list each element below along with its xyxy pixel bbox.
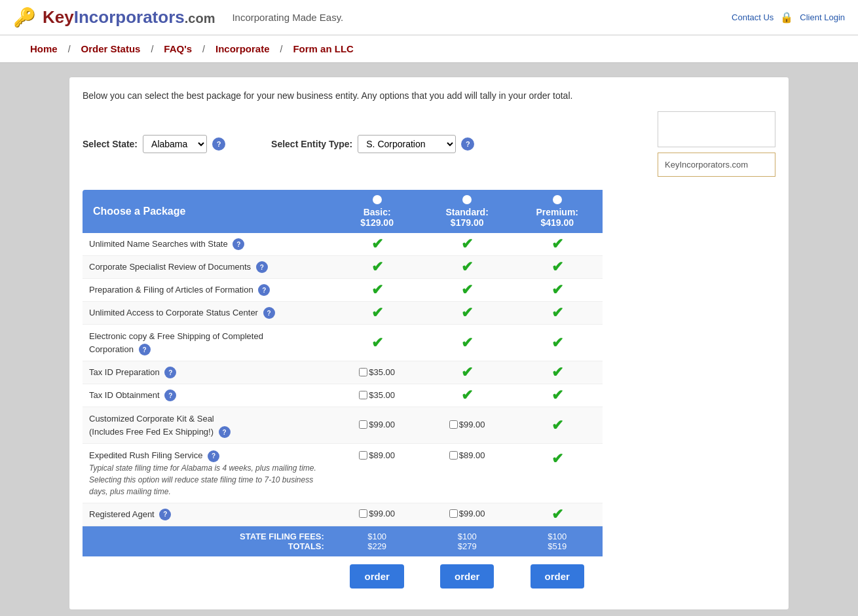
entity-selector-group: Select Entity Type: S. Corporation C. Co… xyxy=(271,135,474,153)
basic-check: ✔ xyxy=(332,302,422,325)
premium-check: ✔ xyxy=(512,503,603,526)
logo-tagline: Incorporating Made Easy. xyxy=(232,12,343,23)
feature-row: Unlimited Access to Corporate Status Cen… xyxy=(83,302,603,325)
standard-name: Standard: xyxy=(427,207,507,217)
choose-package-header: Choose a Package xyxy=(83,190,332,233)
addon-name: Registered Agent ? xyxy=(83,503,332,526)
basic-corpkit-checkbox[interactable] xyxy=(359,420,367,429)
standard-check: ✔ xyxy=(422,279,512,302)
basic-check: ✔ xyxy=(332,233,422,256)
addon-help-icon[interactable]: ? xyxy=(164,390,176,401)
premium-check: ✔ xyxy=(512,361,603,384)
feature-help-icon[interactable]: ? xyxy=(258,284,270,296)
content-box: Below you can select the best package fo… xyxy=(69,77,789,610)
filing-fees-row: STATE FILING FEES: TOTALS: $100 $229 $10… xyxy=(83,526,603,556)
state-select[interactable]: Alabama Alaska Arizona Arkansas Californ… xyxy=(143,135,207,153)
standard-check: ✔ xyxy=(422,384,512,407)
filing-label: STATE FILING FEES: TOTALS: xyxy=(83,526,332,556)
standard-rush-checkbox[interactable] xyxy=(449,451,458,460)
premium-check: ✔ xyxy=(512,325,603,361)
basic-regagent-checkbox[interactable] xyxy=(359,509,367,518)
basic-filing: $100 $229 xyxy=(332,526,422,556)
basic-rush-checkbox[interactable] xyxy=(359,451,367,460)
addon-row-regagent: Registered Agent ? $99.00 $99.00 xyxy=(83,503,603,526)
addon-row-tax-prep: Tax ID Preparation ? $35.00 ✔ ✔ xyxy=(83,361,603,384)
entity-help-icon[interactable]: ? xyxy=(461,137,474,151)
standard-check: ✔ xyxy=(422,256,512,279)
basic-addon-corpkit: $99.00 xyxy=(332,407,422,444)
basic-radio[interactable] xyxy=(373,195,382,204)
basic-order-button[interactable]: order xyxy=(350,564,403,589)
basic-addon-taxobtain: $35.00 xyxy=(332,384,422,407)
basic-taxobtain-checkbox[interactable] xyxy=(359,391,367,399)
standard-check: ✔ xyxy=(422,361,512,384)
standard-addon-rush: $89.00 xyxy=(422,444,512,503)
basic-name: Basic: xyxy=(337,207,417,217)
lock-icon: 🔒 xyxy=(780,11,793,24)
feature-help-icon[interactable]: ? xyxy=(263,307,275,319)
premium-check: ✔ xyxy=(512,302,603,325)
nav-order-status[interactable]: Order Status xyxy=(71,35,151,62)
addon-help-icon[interactable]: ? xyxy=(164,367,176,378)
standard-package-header: Standard: $179.00 xyxy=(422,190,512,233)
basic-order-cell: order xyxy=(332,556,422,596)
state-help-icon[interactable]: ? xyxy=(212,137,225,151)
basic-addon-rush: $89.00 xyxy=(332,444,422,503)
selectors-row: Select State: Alabama Alaska Arizona Ark… xyxy=(83,111,775,177)
standard-regagent-checkbox[interactable] xyxy=(449,509,458,518)
package-table: Choose a Package Basic: $129.00 Standard… xyxy=(83,190,603,596)
rush-note: Typical state filing time for Alabama is… xyxy=(89,462,326,498)
standard-corpkit-checkbox[interactable] xyxy=(449,420,458,429)
standard-addon-regagent: $99.00 xyxy=(422,503,512,526)
basic-price: $129.00 xyxy=(337,217,417,228)
premium-order-button[interactable]: order xyxy=(531,564,584,589)
feature-name: Unlimited Access to Corporate Status Cen… xyxy=(83,302,332,325)
standard-check: ✔ xyxy=(422,302,512,325)
addon-row-corpkit: Customized Corporate Kit & Seal(Includes… xyxy=(83,407,603,444)
addon-row-tax-obtain: Tax ID Obtainment ? $35.00 ✔ ✔ xyxy=(83,384,603,407)
addon-help-icon[interactable]: ? xyxy=(208,450,219,462)
addon-row-rush: Expedited Rush Filing Service ? Typical … xyxy=(83,444,603,503)
header-links: Contact Us 🔒 Client Login xyxy=(732,11,845,24)
premium-radio[interactable] xyxy=(553,195,562,204)
premium-name: Premium: xyxy=(517,207,597,217)
feature-help-icon[interactable]: ? xyxy=(139,344,151,355)
feature-help-icon[interactable]: ? xyxy=(233,238,244,250)
basic-check: ✔ xyxy=(332,279,422,302)
state-label: Select State: xyxy=(83,139,138,149)
sidebar: KeyIncorporators.com xyxy=(658,111,775,177)
premium-check: ✔ xyxy=(512,384,603,407)
order-buttons-row: order order order xyxy=(83,556,603,596)
premium-check: ✔ xyxy=(512,279,603,302)
feature-row: Unlimited Name Searches with State ? ✔ ✔… xyxy=(83,233,603,256)
premium-filing: $100 $519 xyxy=(512,526,603,556)
nav-faqs[interactable]: FAQ's xyxy=(153,35,202,62)
logo-text: KeyIncorporators.com xyxy=(43,7,215,27)
client-login-link[interactable]: Client Login xyxy=(800,12,845,22)
nav-incorporate[interactable]: Incorporate xyxy=(205,35,280,62)
standard-order-button[interactable]: order xyxy=(440,564,494,589)
feature-help-icon[interactable]: ? xyxy=(256,261,268,273)
addon-help-icon[interactable]: ? xyxy=(219,426,231,438)
premium-check: ✔ xyxy=(512,233,603,256)
premium-order-cell: order xyxy=(512,556,603,596)
addon-help-icon[interactable]: ? xyxy=(159,509,171,520)
feature-name: Electronic copy & Free Shipping of Compl… xyxy=(83,325,332,361)
addon-name: Tax ID Preparation ? xyxy=(83,361,332,384)
nav-home[interactable]: Home xyxy=(20,35,68,62)
contact-us-link[interactable]: Contact Us xyxy=(732,12,774,22)
logo-icon: 🔑 xyxy=(13,7,36,28)
feature-row: Corporate Specialist Review of Documents… xyxy=(83,256,603,279)
standard-radio[interactable] xyxy=(462,195,472,204)
feature-name: Corporate Specialist Review of Documents… xyxy=(83,256,332,279)
basic-taxprep-checkbox[interactable] xyxy=(359,368,367,376)
standard-filing: $100 $279 xyxy=(422,526,512,556)
feature-row: Preparation & Filing of Articles of Form… xyxy=(83,279,603,302)
premium-check: ✔ xyxy=(512,407,603,444)
standard-addon-corpkit: $99.00 xyxy=(422,407,512,444)
entity-select[interactable]: S. Corporation C. Corporation LLC Non-Pr… xyxy=(358,135,456,153)
basic-check: ✔ xyxy=(332,325,422,361)
nav-form-llc[interactable]: Form an LLC xyxy=(282,35,364,62)
intro-text: Below you can select the best package fo… xyxy=(83,90,775,101)
standard-price: $179.00 xyxy=(427,217,507,228)
